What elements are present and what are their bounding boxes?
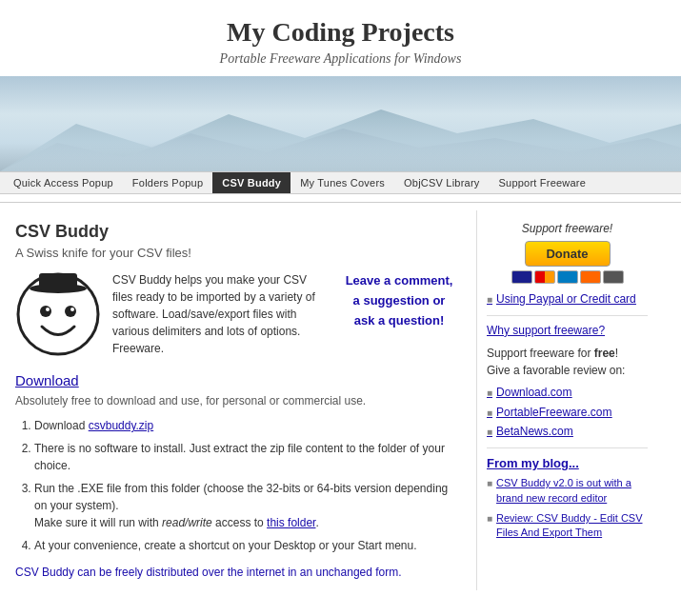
csvbuddy-zip-link[interactable]: csvbuddy.zip [89,419,153,432]
intro-text: CSV Buddy helps you make your CSV files … [112,271,326,357]
why-support-link[interactable]: Why support freeware? [487,324,648,337]
instruction-3: Run the .EXE file from this folder (choo… [34,480,461,531]
portable-freeware-item: ■ PortableFreeware.com [487,405,648,421]
betanews-item: ■ BetaNews.com [487,424,648,440]
svg-point-5 [40,306,51,317]
instruction-1: Download csvbuddy.zip [34,417,461,434]
sidebar-divider-2 [487,447,648,448]
svg-point-6 [65,306,76,317]
navigation-bar: Quick Access Popup Folders Popup CSV Bud… [0,171,681,194]
amex-icon [557,270,578,284]
blog-post-1-item: ■ CSV Buddy v2.0 is out with a brand new… [487,476,648,506]
download-com-link[interactable]: Download.com [496,385,571,401]
blog-post-2-link[interactable]: Review: CSV Buddy - Edit CSV Files And E… [496,511,648,541]
nav-csv-buddy[interactable]: CSV Buddy [212,172,290,193]
nav-quick-access[interactable]: Quick Access Popup [4,172,123,193]
support-free-text: Support freeware for free! Give a favora… [487,345,648,379]
bullet-icon: ■ [487,293,492,307]
sidebar-divider-1 [487,315,648,316]
main-content: CSV Buddy A Swiss knife for your CSV fil… [0,210,476,590]
intro-section: CSV Buddy helps you make your CSV files … [15,271,461,357]
blog-post-2-item: ■ Review: CSV Buddy - Edit CSV Files And… [487,511,648,541]
paypal-link-item: ■ Using Paypal or Credit card [487,291,648,308]
site-subtitle: Portable Freeware Applications for Windo… [0,51,681,67]
support-freeware-label: Support freeware! [487,222,648,235]
bullet-icon: ■ [487,478,492,488]
folder-link[interactable]: this folder [267,516,315,529]
from-blog-link[interactable]: From my blog... [487,456,648,470]
comment-line1: Leave a comment, [346,273,453,288]
visa-icon [511,270,532,284]
payment-card-icons [487,270,648,284]
comment-line3: ask a question! [354,313,445,328]
svg-point-8 [70,308,74,311]
distributed-text: CSV Buddy can be freely distributed over… [15,566,461,579]
free-text: Absolutely free to download and use, for… [15,394,461,407]
comment-box: Leave a comment, a suggestion or ask a q… [337,271,461,357]
bullet-icon: ■ [487,513,492,524]
svg-point-7 [46,308,50,311]
page-subtitle: A Swiss knife for your CSV files! [15,246,461,260]
nav-objcsv[interactable]: ObjCSV Library [394,172,490,193]
smiley-icon [15,271,101,357]
mastercard-icon [534,270,555,284]
betanews-link[interactable]: BetaNews.com [496,424,573,440]
bullet-icon: ■ [487,407,492,420]
comment-line2: a suggestion or [353,293,446,308]
free-emphasis: free [594,347,615,360]
portable-freeware-link[interactable]: PortableFreeware.com [496,405,611,421]
svg-rect-4 [39,273,77,290]
site-title: My Coding Projects [0,17,681,48]
header-divider [0,202,681,203]
sidebar: Support freeware! Donate ■ Using Paypal … [476,210,657,590]
blog-post-1-link[interactable]: CSV Buddy v2.0 is out with a brand new r… [496,476,648,506]
instruction-4: At your convenience, create a shortcut o… [34,537,461,554]
download-link[interactable]: Download [15,372,79,388]
paypal-link[interactable]: Using Paypal or Credit card [496,291,636,308]
site-header: My Coding Projects Portable Freeware App… [0,0,681,76]
nav-my-tunes[interactable]: My Tunes Covers [290,172,394,193]
donate-button[interactable]: Donate [525,241,611,267]
nav-support[interactable]: Support Freeware [490,172,596,193]
page-title: CSV Buddy [15,222,461,242]
bullet-icon: ■ [487,387,492,400]
banner-image [0,76,681,171]
discover-icon [580,270,601,284]
content-wrapper: CSV Buddy A Swiss knife for your CSV fil… [0,210,681,590]
nav-folders-popup[interactable]: Folders Popup [123,172,212,193]
readwrite-em: read/write [162,516,212,529]
instructions-list: Download csvbuddy.zip There is no softwa… [15,417,461,554]
download-com-item: ■ Download.com [487,385,648,401]
instruction-2: There is no software to install. Just ex… [34,440,461,474]
bullet-icon: ■ [487,426,492,439]
other-card-icon [603,270,624,284]
